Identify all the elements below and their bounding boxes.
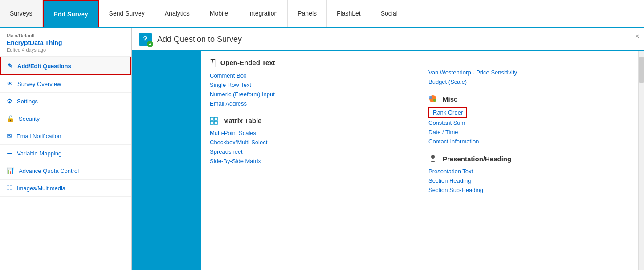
svg-rect-3 [214, 121, 217, 124]
sidebar-item-label: Email Notification [16, 133, 61, 139]
content-area: ? + Add Question to Survey × [131, 28, 644, 270]
question-column-2: Van Westendorp - Price Sensitivity Budge… [428, 58, 629, 203]
plus-badge: + [147, 41, 153, 47]
sidebar-item-survey-overview[interactable]: 👁 Survey Overview [0, 75, 131, 93]
text-icon: T| [210, 58, 217, 67]
sidebar-item-label: Advance Quota Control [19, 168, 79, 174]
sidebar-item-add-edit-questions[interactable]: ✎ Add/Edit Questions [0, 57, 131, 75]
question-types-panel: T| Open-Ended Text Comment Box Single Ro… [201, 51, 638, 270]
sidebar-header: Main/Default EncryptData Thing Edited 4 … [0, 28, 131, 57]
link-comment-box[interactable]: Comment Box [210, 71, 411, 80]
nav-flashlet-label: FlashLet [337, 10, 361, 17]
matrix-icon [210, 116, 220, 125]
sidebar-item-images-multimedia[interactable]: ☷ Images/Multimedia [0, 180, 131, 197]
link-email-address[interactable]: Email Address [210, 99, 411, 108]
link-contact-information[interactable]: Contact Information [428, 137, 629, 146]
breadcrumb: Main/Default [7, 33, 124, 38]
section-matrix-table: Matrix Table Multi-Point Scales Checkbox… [210, 116, 411, 166]
svg-rect-1 [214, 117, 217, 120]
svg-point-6 [433, 99, 436, 102]
nav-edit-survey[interactable]: Edit Survey [43, 0, 99, 27]
help-icon-label: ? [143, 35, 147, 43]
nav-analytics-label: Analytics [165, 10, 190, 17]
chart-icon: 📊 [7, 167, 14, 174]
svg-rect-2 [210, 121, 213, 124]
nav-mobile-label: Mobile [210, 10, 228, 17]
nav-mobile[interactable]: Mobile [200, 0, 238, 27]
eye-icon: 👁 [7, 80, 13, 87]
sidebar-item-label: Survey Overview [17, 81, 61, 87]
link-checkbox-multi-select[interactable]: Checkbox/Multi-Select [210, 138, 411, 147]
nav-panels[interactable]: Panels [288, 0, 327, 27]
link-numeric-freeform[interactable]: Numeric (Freeform) Input [210, 90, 411, 99]
section-title-open-ended: T| Open-Ended Text [210, 58, 411, 67]
svg-rect-0 [210, 117, 213, 120]
nav-surveys-label: Surveys [10, 10, 33, 17]
sidebar-item-label: Add/Edit Questions [17, 63, 71, 70]
link-multi-point-scales[interactable]: Multi-Point Scales [210, 128, 411, 138]
section-presentation: Presentation/Heading Presentation Text S… [428, 154, 629, 195]
edited-label: Edited 4 days ago [7, 47, 124, 53]
gear-icon: ⚙ [7, 98, 12, 105]
link-date-time[interactable]: Date / Time [428, 127, 629, 137]
section-title-misc: Misc [428, 94, 629, 103]
nav-flashlet[interactable]: FlashLet [327, 0, 371, 27]
nav-surveys[interactable]: Surveys [0, 0, 43, 27]
nav-send-survey[interactable]: Send Survey [99, 0, 155, 27]
link-van-westendorp[interactable]: Van Westendorp - Price Sensitivity [428, 68, 629, 77]
close-button[interactable]: × [635, 33, 639, 41]
link-section-sub-heading[interactable]: Section Sub-Heading [428, 185, 629, 195]
sidebar-item-settings[interactable]: ⚙ Settings [0, 93, 131, 110]
scrollbar-thumb [639, 57, 644, 83]
main-layout: Main/Default EncryptData Thing Edited 4 … [0, 28, 644, 270]
question-column-1: T| Open-Ended Text Comment Box Single Ro… [210, 58, 411, 203]
dialog-body: T| Open-Ended Text Comment Box Single Ro… [132, 51, 644, 270]
sidebar-item-label: Settings [17, 98, 38, 105]
sidebar-item-variable-mapping[interactable]: ☰ Variable Mapping [0, 145, 131, 162]
nav-social-label: Social [381, 10, 398, 17]
sidebar-item-advance-quota[interactable]: 📊 Advance Quota Control [0, 162, 131, 180]
nav-integration[interactable]: Integration [238, 0, 288, 27]
email-icon: ✉ [7, 132, 12, 139]
sidebar-item-label: Security [19, 115, 40, 122]
scrollbar[interactable] [638, 51, 644, 270]
link-single-row-text[interactable]: Single Row Text [210, 80, 411, 90]
lock-icon: 🔒 [7, 115, 14, 122]
nav-edit-survey-label: Edit Survey [54, 11, 88, 18]
images-icon: ☷ [7, 184, 12, 192]
sidebar-item-email-notification[interactable]: ✉ Email Notification [0, 127, 131, 145]
link-budget-scale[interactable]: Budget (Scale) [428, 77, 629, 86]
list-icon: ☰ [7, 150, 12, 157]
link-constant-sum[interactable]: Constant Sum [428, 118, 629, 127]
survey-name: EncryptData Thing [7, 39, 124, 46]
nav-panels-label: Panels [298, 10, 317, 17]
add-question-dialog: ? + Add Question to Survey × [131, 28, 644, 270]
section-open-ended-text: T| Open-Ended Text Comment Box Single Ro… [210, 58, 411, 108]
section-title-matrix: Matrix Table [210, 116, 411, 125]
svg-point-7 [431, 155, 435, 159]
section-misc-top: Van Westendorp - Price Sensitivity Budge… [428, 68, 629, 86]
edit-icon: ✎ [8, 62, 13, 70]
sidebar-item-security[interactable]: 🔒 Security [0, 110, 131, 127]
top-navigation: Surveys Edit Survey Send Survey Analytic… [0, 0, 644, 28]
presentation-icon [428, 154, 439, 163]
link-section-heading[interactable]: Section Heading [428, 176, 629, 185]
link-rank-order[interactable]: Rank Order [428, 107, 467, 118]
link-presentation-text[interactable]: Presentation Text [428, 167, 629, 176]
sidebar: Main/Default EncryptData Thing Edited 4 … [0, 28, 131, 270]
sidebar-item-label: Variable Mapping [17, 150, 61, 157]
help-icon: ? + [139, 33, 152, 46]
dialog-title: Add Question to Survey [157, 35, 242, 44]
blue-side-panel [132, 51, 201, 270]
nav-integration-label: Integration [248, 10, 277, 17]
svg-point-5 [429, 96, 432, 99]
sidebar-item-label: Images/Multimedia [17, 185, 65, 192]
link-side-by-side-matrix[interactable]: Side-By-Side Matrix [210, 156, 411, 166]
dialog-header: ? + Add Question to Survey × [132, 28, 644, 51]
nav-social[interactable]: Social [371, 0, 408, 27]
link-spreadsheet[interactable]: Spreadsheet [210, 147, 411, 156]
misc-icon [428, 94, 439, 103]
nav-send-survey-label: Send Survey [109, 10, 145, 17]
nav-analytics[interactable]: Analytics [155, 0, 200, 27]
section-misc: Misc Rank Order Constant Sum Date / Time… [428, 94, 629, 146]
